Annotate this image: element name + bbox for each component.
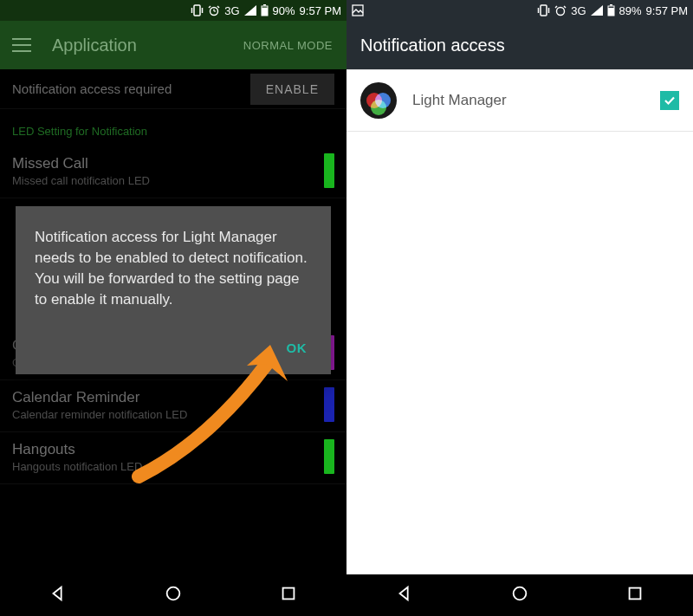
- status-bar-left: 3G 90% 9:57 PM: [0, 0, 346, 21]
- svg-point-11: [167, 587, 180, 600]
- alarm-icon: [554, 4, 567, 16]
- nav-bar-right: [346, 574, 693, 616]
- list-item[interactable]: Missed CallMissed call notification LED: [0, 146, 346, 198]
- battery-percent: 90%: [273, 4, 295, 17]
- led-color-chip: [324, 387, 334, 422]
- page-title: Application: [52, 36, 137, 55]
- svg-rect-22: [608, 7, 613, 9]
- app-bar-left: Application NORMAL MODE: [0, 21, 346, 69]
- enable-button[interactable]: ENABLE: [250, 74, 334, 105]
- dialog-text: Notification access for Light Manager ne…: [35, 227, 312, 311]
- svg-line-18: [555, 6, 557, 8]
- row-subtitle: Missed call notification LED: [12, 174, 334, 187]
- notif-req-text: Notification access required: [12, 81, 172, 96]
- nav-recent-icon[interactable]: [279, 584, 298, 606]
- alarm-icon: [208, 4, 220, 16]
- image-notif-icon: [352, 4, 364, 16]
- app-row-light-manager[interactable]: Light Manager: [346, 69, 693, 132]
- svg-point-17: [557, 8, 565, 16]
- vibrate-icon: [537, 4, 550, 16]
- notification-required-bar: Notification access required ENABLE: [0, 69, 346, 109]
- svg-line-19: [564, 6, 566, 8]
- light-manager-icon: [360, 82, 397, 119]
- nav-bar-left: [0, 574, 346, 616]
- svg-rect-24: [630, 588, 641, 600]
- hamburger-icon[interactable]: [12, 38, 31, 52]
- signal-icon: [244, 5, 256, 16]
- nav-back-icon[interactable]: [49, 584, 68, 606]
- status-bar-right: 3G 89% 9:57 PM: [346, 0, 693, 21]
- network-type: 3G: [571, 4, 586, 17]
- svg-rect-20: [610, 4, 612, 6]
- status-time: 9:57 PM: [646, 4, 688, 17]
- network-type: 3G: [224, 4, 239, 17]
- svg-line-5: [217, 6, 219, 8]
- section-label: LED Setting for Notification: [0, 109, 346, 146]
- row-subtitle: Hangouts notification LED: [12, 460, 334, 473]
- svg-rect-13: [353, 5, 363, 16]
- svg-line-4: [209, 6, 210, 8]
- svg-rect-12: [283, 588, 295, 600]
- app-bar-right: Notification access: [346, 21, 693, 69]
- row-subtitle: Calendar reminder notification LED: [12, 408, 334, 421]
- dialog-ok-button[interactable]: OK: [282, 334, 313, 362]
- row-title: Missed Call: [12, 155, 334, 172]
- vibrate-icon: [191, 4, 204, 16]
- page-title: Notification access: [360, 36, 505, 55]
- svg-rect-14: [541, 5, 547, 16]
- app-name: Light Manager: [412, 92, 660, 109]
- list-item[interactable]: HangoutsHangouts notification LED: [0, 432, 346, 484]
- dialog: Notification access for Light Manager ne…: [16, 206, 331, 374]
- list-item[interactable]: Calendar ReminderCalendar reminder notif…: [0, 380, 346, 432]
- battery-percent: 89%: [619, 4, 642, 17]
- nav-home-icon[interactable]: [510, 584, 529, 606]
- led-color-chip: [324, 153, 334, 188]
- nav-back-icon[interactable]: [395, 584, 414, 606]
- battery-icon: [261, 4, 269, 16]
- mode-label[interactable]: NORMAL MODE: [243, 39, 333, 52]
- checkbox-enabled[interactable]: [660, 91, 679, 110]
- signal-icon: [591, 5, 603, 16]
- led-color-chip: [324, 439, 334, 474]
- row-title: Hangouts: [12, 441, 334, 458]
- nav-home-icon[interactable]: [164, 584, 183, 606]
- status-time: 9:57 PM: [300, 4, 341, 17]
- battery-icon: [607, 4, 615, 16]
- nav-recent-icon[interactable]: [625, 584, 644, 606]
- svg-rect-10: [262, 7, 267, 8]
- svg-point-23: [514, 587, 527, 600]
- svg-rect-8: [263, 4, 266, 6]
- row-title: Calendar Reminder: [12, 389, 334, 406]
- svg-rect-0: [194, 5, 200, 16]
